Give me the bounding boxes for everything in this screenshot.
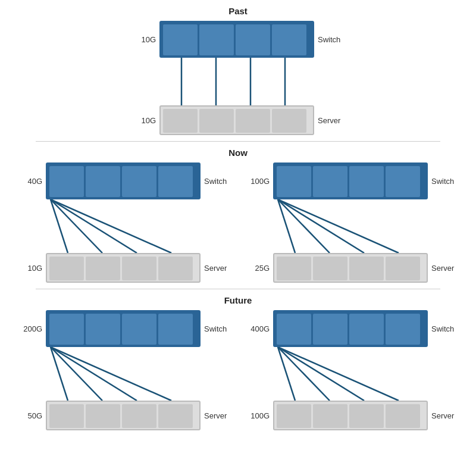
now-left-switch-port-1 xyxy=(49,166,84,197)
now-right-server-port-3 xyxy=(349,257,384,280)
now-right-switch-port-1 xyxy=(277,166,311,197)
now-right-wires xyxy=(272,199,431,253)
now-left-switch-port-3 xyxy=(122,166,156,197)
now-right-server-speed: 25G xyxy=(247,264,270,273)
past-server-row: 10G Server xyxy=(133,105,343,135)
future-left-server-label: Server xyxy=(204,411,229,420)
now-left-server-box xyxy=(46,253,201,283)
now-right-switch-port-2 xyxy=(313,166,347,197)
future-right-server-row: 100G Server xyxy=(247,401,456,430)
now-right-switch-port-4 xyxy=(386,166,420,197)
page: Past 10G Switch xyxy=(0,0,476,475)
now-right-switch-speed: 100G xyxy=(247,177,270,186)
future-left-switch-label: Switch xyxy=(204,324,229,333)
past-server-port-3 xyxy=(236,109,270,133)
future-right-server-port-1 xyxy=(277,404,311,428)
future-left-server-port-2 xyxy=(86,404,120,428)
future-right-switch-port-4 xyxy=(386,314,420,345)
now-right-switch-row: 100G Switch xyxy=(247,162,456,199)
future-left-switch-port-2 xyxy=(86,314,120,345)
now-right-server-port-1 xyxy=(277,257,311,280)
past-switch-port-1 xyxy=(163,24,198,55)
future-left-diagram: 200G Switch 50G xyxy=(20,310,229,430)
future-right-diagram: 400G Switch 100G xyxy=(247,310,456,430)
now-right-server-row: 25G Server xyxy=(247,253,456,283)
future-right-wires xyxy=(272,347,431,401)
now-left-server-port-2 xyxy=(86,257,120,280)
future-right-server-port-2 xyxy=(313,404,347,428)
now-left-switch-label: Switch xyxy=(204,177,229,186)
past-server-speed: 10G xyxy=(133,116,156,125)
now-left-server-label: Server xyxy=(204,264,229,273)
past-server-port-1 xyxy=(163,109,198,133)
future-right-server-port-4 xyxy=(386,404,420,428)
past-server-port-4 xyxy=(272,109,306,133)
past-server-box xyxy=(159,105,314,135)
future-left-server-speed: 50G xyxy=(20,411,42,420)
now-right-diagram: 100G Switch 25G xyxy=(247,162,456,283)
now-right-server-port-2 xyxy=(313,257,347,280)
section-future: Future 200G Switch xyxy=(0,289,476,436)
now-left-server-port-4 xyxy=(158,257,193,280)
svg-line-15 xyxy=(51,347,171,401)
future-left-server-port-4 xyxy=(158,404,193,428)
future-right-switch-port-1 xyxy=(277,314,311,345)
future-right-switch-box xyxy=(273,310,428,347)
past-switch-port-4 xyxy=(272,24,306,55)
future-left-switch-speed: 200G xyxy=(20,324,42,333)
now-left-server-port-3 xyxy=(122,257,156,280)
future-right-switch-speed: 400G xyxy=(247,324,270,333)
future-diagrams: 200G Switch 50G xyxy=(12,310,464,430)
future-left-server-port-3 xyxy=(122,404,156,428)
svg-line-19 xyxy=(278,347,399,401)
past-switch-port-3 xyxy=(236,24,270,55)
now-diagrams: 40G Switch 10G xyxy=(12,162,464,283)
future-right-switch-port-3 xyxy=(349,314,384,345)
now-title: Now xyxy=(12,148,464,158)
now-left-switch-port-2 xyxy=(86,166,120,197)
past-title: Past xyxy=(12,6,464,16)
future-left-server-port-1 xyxy=(49,404,84,428)
now-left-wires xyxy=(45,199,204,253)
svg-line-7 xyxy=(51,199,171,253)
now-left-switch-port-4 xyxy=(158,166,193,197)
now-left-server-speed: 10G xyxy=(20,264,42,273)
past-diagrams: 10G Switch xyxy=(12,21,464,135)
future-left-switch-box xyxy=(46,310,201,347)
future-right-switch-label: Switch xyxy=(431,324,456,333)
past-switch-speed: 10G xyxy=(133,35,156,44)
now-left-server-port-1 xyxy=(49,257,84,280)
future-left-switch-port-3 xyxy=(122,314,156,345)
past-switch-port-2 xyxy=(199,24,234,55)
future-left-server-box xyxy=(46,401,201,430)
past-server-label: Server xyxy=(318,116,343,125)
future-right-server-port-3 xyxy=(349,404,384,428)
future-right-switch-row: 400G Switch xyxy=(247,310,456,347)
section-now: Now 40G Switch xyxy=(0,142,476,289)
now-right-server-box xyxy=(273,253,428,283)
past-switch-label: Switch xyxy=(318,35,343,44)
future-left-switch-port-1 xyxy=(49,314,84,345)
past-server-port-2 xyxy=(199,109,234,133)
future-right-server-speed: 100G xyxy=(247,411,270,420)
future-left-wires xyxy=(45,347,204,401)
now-right-switch-label: Switch xyxy=(431,177,456,186)
past-wires xyxy=(158,58,318,105)
svg-line-11 xyxy=(278,199,399,253)
future-left-switch-row: 200G Switch xyxy=(20,310,229,347)
now-left-switch-row: 40G Switch xyxy=(20,162,229,199)
past-switch-box xyxy=(159,21,314,58)
now-left-switch-box xyxy=(46,162,201,199)
now-left-switch-speed: 40G xyxy=(20,177,42,186)
past-diagram: 10G Switch xyxy=(133,21,343,135)
now-right-switch-box xyxy=(273,162,428,199)
future-left-switch-port-4 xyxy=(158,314,193,345)
future-title: Future xyxy=(12,295,464,305)
now-right-server-port-4 xyxy=(386,257,420,280)
past-switch-row: 10G Switch xyxy=(133,21,343,58)
now-right-server-label: Server xyxy=(431,264,456,273)
section-past: Past 10G Switch xyxy=(0,0,476,141)
now-left-server-row: 10G Server xyxy=(20,253,229,283)
future-right-server-box xyxy=(273,401,428,430)
future-left-server-row: 50G Server xyxy=(20,401,229,430)
